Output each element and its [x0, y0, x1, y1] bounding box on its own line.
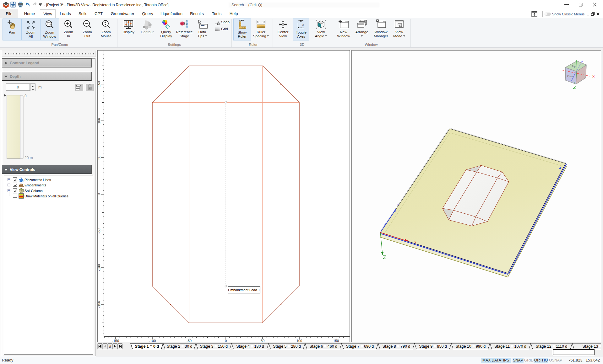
svg-text:-100: -100: [98, 264, 101, 271]
svg-text:1: 1: [186, 20, 187, 22]
svg-text:Stage 3 = 150 d: Stage 3 = 150 d: [200, 344, 228, 349]
svg-text:Stage 11 = 1070 d: Stage 11 = 1070 d: [494, 344, 526, 349]
svg-text:Stage 13 = 15: Stage 13 = 15: [582, 344, 603, 349]
svg-text:Stage 8 = 790 d: Stage 8 = 790 d: [383, 344, 410, 349]
svg-text:Stage 10 = 990 d: Stage 10 = 990 d: [456, 344, 486, 349]
svg-text:Stage 9 = 850 d: Stage 9 = 850 d: [419, 344, 447, 349]
svg-text:150: 150: [98, 81, 101, 87]
svg-text:100: 100: [98, 118, 101, 124]
svg-text:3: 3: [186, 25, 187, 28]
svg-text:Stage 2 = 30 d: Stage 2 = 30 d: [167, 344, 193, 349]
svg-text:2: 2: [186, 23, 187, 25]
svg-text:#: #: [109, 344, 111, 349]
svg-text:-150: -150: [98, 301, 101, 308]
svg-text:Front: Front: [567, 74, 573, 78]
svg-text:x: x: [415, 240, 416, 244]
svg-text:R: R: [181, 22, 183, 25]
svg-text:Stage 1 = 0 d: Stage 1 = 0 d: [135, 344, 159, 349]
svg-text:0: 0: [98, 193, 101, 195]
svg-text:-50: -50: [98, 228, 101, 233]
svg-text:Stage 4 = 180 d: Stage 4 = 180 d: [236, 344, 264, 349]
svg-text:X: X: [592, 75, 595, 78]
svg-text:Embankment Load 1: Embankment Load 1: [228, 288, 260, 292]
svg-text:Stage 12 = 1110 d: Stage 12 = 1110 d: [536, 344, 568, 349]
svg-text:Y: Y: [581, 61, 583, 64]
svg-text:x: x: [302, 24, 304, 26]
svg-text:Y: Y: [397, 203, 399, 207]
svg-text:Stage 6 = 460 d: Stage 6 = 460 d: [309, 344, 337, 349]
svg-text:Stage 5 = 280 d: Stage 5 = 280 d: [273, 344, 301, 349]
svg-text:50: 50: [98, 156, 101, 159]
svg-text:Top: Top: [572, 65, 576, 68]
svg-text:Stage 7 = 690 d: Stage 7 = 690 d: [346, 344, 374, 349]
